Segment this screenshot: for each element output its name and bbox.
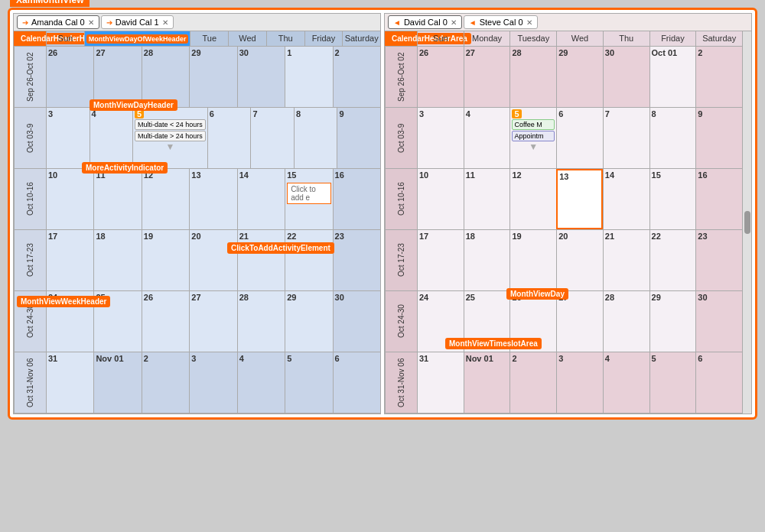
tab-steve-cal0[interactable]: ◄ Steve Cal 0 ✕ (464, 15, 538, 29)
r-day-oct31[interactable]: 31 (417, 352, 464, 413)
day-num: 9 (339, 109, 343, 118)
tab-amanda-cal[interactable]: ➔ Amanda Cal 0 ✕ (17, 15, 99, 29)
r-day-oct9[interactable]: 9 (695, 108, 742, 168)
day-oct5[interactable]: 5 Multi-date < 24 hours Multi-date > 24 … (132, 108, 207, 168)
scrollbar[interactable] (742, 31, 751, 414)
r-day-oct4[interactable]: 4 (464, 108, 510, 168)
r-day-sep30[interactable]: 30 (603, 47, 649, 107)
r-day-sep28[interactable]: 28 (509, 47, 556, 107)
r-day-nov6[interactable]: 6 (695, 352, 742, 413)
day-oct2[interactable]: 2 (333, 47, 380, 107)
tab-david-cal1[interactable]: ➔ David Cal 1 ✕ (101, 15, 174, 29)
r-day-oct8[interactable]: 8 (649, 108, 696, 168)
day-oct16[interactable]: 16 (333, 169, 380, 229)
event-appt[interactable]: Appointm (512, 131, 555, 141)
r-day-oct12[interactable]: 12 (509, 169, 556, 229)
scrollbar-thumb[interactable] (744, 211, 750, 234)
r-day-oct28[interactable]: 28 (603, 291, 649, 352)
day-sep27[interactable]: 27 (93, 47, 141, 107)
tab-amanda-close[interactable]: ✕ (88, 18, 94, 27)
r-day-nov3[interactable]: 3 (556, 352, 603, 413)
click-to-add-element[interactable]: Click to add e (287, 183, 330, 204)
day-oct14[interactable]: 14 (237, 169, 285, 229)
day-oct15[interactable]: 15 Click to add e (285, 169, 332, 229)
day-oct4[interactable]: 4 (90, 108, 133, 168)
r-day-sep27[interactable]: 27 (464, 47, 510, 107)
r-day-oct7[interactable]: 7 (603, 108, 649, 168)
day-num: 8 (296, 109, 301, 118)
r-day-oct22[interactable]: 22 (649, 230, 696, 290)
day-oct11[interactable]: 11 (93, 169, 141, 229)
r-day-oct27[interactable]: 27 (556, 291, 603, 352)
day-oct20[interactable]: 20 (189, 230, 236, 290)
day-oct29[interactable]: 29 (285, 291, 332, 352)
day-oct21[interactable]: 21 (237, 230, 285, 290)
event-multi-less[interactable]: Multi-date < 24 hours (135, 119, 206, 130)
day-oct18[interactable]: 18 (93, 230, 141, 290)
r-day-oct20[interactable]: 20 (556, 230, 603, 290)
r-day-oct1[interactable]: Oct 01 (649, 47, 696, 107)
day-num: 31 (48, 354, 57, 363)
r-day-oct15[interactable]: 15 (649, 169, 696, 229)
day-nov6[interactable]: 6 (333, 352, 380, 413)
r-day-nov5[interactable]: 5 (649, 352, 696, 413)
day-oct1[interactable]: 1 (285, 47, 332, 107)
r-day-oct5[interactable]: 5 Coffee M Appointm ▼ (509, 108, 556, 168)
day-sep30[interactable]: 30 (237, 47, 285, 107)
tab-david-cal0-close[interactable]: ✕ (451, 18, 457, 27)
day-oct17[interactable]: 17 (46, 230, 93, 290)
day-nov3[interactable]: 3 (189, 352, 236, 413)
day-nov1[interactable]: Nov 01 (93, 352, 141, 413)
r-day-oct3[interactable]: 3 (417, 108, 464, 168)
day-nov4[interactable]: 4 (237, 352, 285, 413)
r-day-sep26[interactable]: 26 (417, 47, 464, 107)
day-oct12[interactable]: 12 (142, 169, 189, 229)
day-oct23[interactable]: 23 (333, 230, 380, 290)
r-day-oct19[interactable]: 19 (509, 230, 556, 290)
r-day-oct11[interactable]: 11 (464, 169, 510, 229)
r-day-oct16[interactable]: 16 (695, 169, 742, 229)
r-day-oct6[interactable]: 6 (556, 108, 603, 168)
r-day-oct23[interactable]: 23 (695, 230, 742, 290)
r-day-nov4[interactable]: 4 (603, 352, 649, 413)
tab-david-close[interactable]: ✕ (162, 18, 168, 27)
day-oct6[interactable]: 6 (207, 108, 251, 168)
r-day-oct29[interactable]: 29 (649, 291, 696, 352)
r-day-oct30[interactable]: 30 (695, 291, 742, 352)
day-sep26[interactable]: 26 (46, 47, 93, 107)
day-oct10[interactable]: 10 (46, 169, 93, 229)
day-oct13[interactable]: 13 (189, 169, 236, 229)
day-oct27[interactable]: 27 (189, 291, 236, 352)
r-day-oct13[interactable]: 13 (556, 169, 603, 229)
r-day-oct18[interactable]: 18 (464, 230, 510, 290)
day-oct19[interactable]: 19 (142, 230, 189, 290)
r-day-oct14[interactable]: 14 (603, 169, 649, 229)
day-oct7[interactable]: 7 (250, 108, 294, 168)
day-oct28[interactable]: 28 (237, 291, 285, 352)
event-coffee[interactable]: Coffee M (512, 119, 555, 130)
day-nov5[interactable]: 5 (285, 352, 332, 413)
day-oct30[interactable]: 30 (333, 291, 380, 352)
r-day-oct17[interactable]: 17 (417, 230, 464, 290)
week-label-4: Oct 17-23 (14, 230, 46, 290)
day-num: 25 (466, 293, 475, 302)
r-day-nov2[interactable]: 2 (509, 352, 556, 413)
r-day-oct21[interactable]: 21 (603, 230, 649, 290)
r-day-oct10[interactable]: 10 (417, 169, 464, 229)
day-nov2[interactable]: 2 (142, 352, 189, 413)
day-sep28[interactable]: 28 (142, 47, 189, 107)
day-oct31[interactable]: 31 (46, 352, 93, 413)
r-day-oct2[interactable]: 2 (695, 47, 742, 107)
day-sep29[interactable]: 29 (189, 47, 236, 107)
day-oct22[interactable]: 22 (285, 230, 332, 290)
tab-david-cal0[interactable]: ◄ David Cal 0 ✕ (388, 15, 462, 29)
day-num: 12 (512, 170, 521, 180)
tab-steve-close[interactable]: ✕ (526, 18, 532, 27)
day-oct26[interactable]: 26 (142, 291, 189, 352)
r-day-sep29[interactable]: 29 (556, 47, 603, 107)
day-oct8[interactable]: 8 (294, 108, 337, 168)
day-oct9[interactable]: 9 (337, 108, 380, 168)
day-oct3[interactable]: 3 (46, 108, 90, 168)
event-multi-more[interactable]: Multi-date > 24 hours (135, 131, 206, 141)
r-day-nov1[interactable]: Nov 01 (464, 352, 510, 413)
